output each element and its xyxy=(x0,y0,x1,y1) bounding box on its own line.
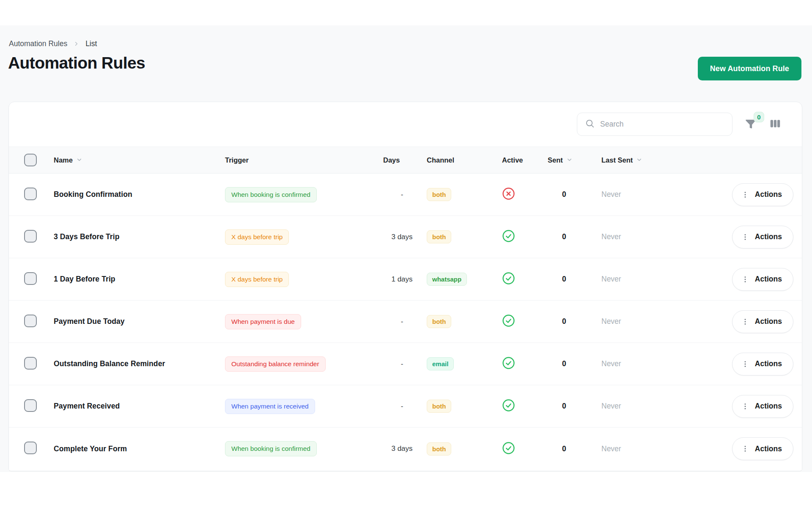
table-row: Payment Received When payment is receive… xyxy=(9,385,802,428)
actions-label: Actions xyxy=(755,190,782,199)
actions-button[interactable]: Actions xyxy=(732,183,793,206)
filter-count-badge: 0 xyxy=(754,112,764,122)
new-automation-rule-button[interactable]: New Automation Rule xyxy=(698,57,801,80)
table-row: Outstanding Balance Reminder Outstanding… xyxy=(9,343,802,385)
chevron-right-icon xyxy=(73,41,80,47)
columns-button[interactable] xyxy=(768,117,782,132)
channel-badge: both xyxy=(427,315,451,328)
days-value: 1 days xyxy=(383,275,427,284)
active-check-icon xyxy=(502,272,515,287)
active-check-icon xyxy=(502,356,515,371)
kebab-icon xyxy=(741,275,749,284)
rule-name: Payment Received xyxy=(54,402,225,411)
trigger-badge: Outstanding balance reminder xyxy=(225,356,326,372)
last-sent-value: Never xyxy=(601,402,678,411)
channel-badge: both xyxy=(427,400,451,413)
actions-label: Actions xyxy=(755,275,782,284)
last-sent-value: Never xyxy=(601,317,678,326)
column-header-sent[interactable]: Sent xyxy=(548,156,601,165)
sent-count: 0 xyxy=(548,317,601,326)
breadcrumb-list[interactable]: List xyxy=(85,39,97,48)
screen: Automation Rules List Automation Rules N… xyxy=(0,0,812,508)
actions-button[interactable]: Actions xyxy=(732,268,793,291)
channel-badge: whatsapp xyxy=(427,273,467,286)
filter-button[interactable]: 0 xyxy=(743,117,758,132)
sent-count: 0 xyxy=(548,359,601,368)
trigger-badge: X days before trip xyxy=(225,229,289,245)
row-checkbox[interactable] xyxy=(24,272,37,285)
sent-count: 0 xyxy=(548,275,601,284)
kebab-icon xyxy=(741,233,749,241)
days-value: - xyxy=(383,360,427,368)
search-icon xyxy=(585,119,595,130)
page-title: Automation Rules xyxy=(8,54,145,72)
kebab-icon xyxy=(741,402,749,411)
row-checkbox[interactable] xyxy=(24,399,37,412)
search-input[interactable] xyxy=(600,120,725,129)
active-check-icon xyxy=(502,399,515,414)
chevron-down-icon xyxy=(566,157,573,165)
channel-badge: both xyxy=(427,188,451,201)
actions-button[interactable]: Actions xyxy=(732,226,793,248)
column-header-trigger: Trigger xyxy=(225,156,383,164)
table-toolbar: 0 xyxy=(9,102,802,146)
active-check-icon xyxy=(502,314,515,329)
last-sent-value: Never xyxy=(601,275,678,284)
sent-count: 0 xyxy=(548,444,601,453)
row-checkbox[interactable] xyxy=(24,188,37,200)
actions-label: Actions xyxy=(755,444,782,453)
select-all-checkbox[interactable] xyxy=(24,154,37,166)
app-region: Automation Rules List Automation Rules N… xyxy=(0,25,812,472)
table-row: 1 Day Before Trip X days before trip 1 d… xyxy=(9,258,802,301)
kebab-icon xyxy=(741,190,749,199)
row-checkbox[interactable] xyxy=(24,357,37,370)
trigger-badge: When booking is confirmed xyxy=(225,441,317,456)
rule-name: 1 Day Before Trip xyxy=(54,275,225,284)
actions-label: Actions xyxy=(755,232,782,241)
rule-name: Outstanding Balance Reminder xyxy=(54,359,225,368)
columns-icon xyxy=(769,117,782,131)
trigger-badge: When payment is due xyxy=(225,314,301,329)
actions-button[interactable]: Actions xyxy=(732,310,793,333)
column-header-active: Active xyxy=(496,156,548,164)
table-row: Payment Due Today When payment is due - … xyxy=(9,301,802,343)
trigger-badge: When payment is received xyxy=(225,399,315,414)
table-header-row: Name Trigger Days Channel Active Sent La… xyxy=(9,146,802,174)
breadcrumb-automation-rules[interactable]: Automation Rules xyxy=(9,39,67,48)
channel-badge: both xyxy=(427,230,451,243)
column-header-name[interactable]: Name xyxy=(54,156,225,165)
column-header-last-sent[interactable]: Last Sent xyxy=(601,156,678,165)
kebab-icon xyxy=(741,360,749,368)
days-value: - xyxy=(383,402,427,411)
row-checkbox[interactable] xyxy=(24,230,37,243)
breadcrumb: Automation Rules List xyxy=(9,39,97,48)
table-body: Booking Confirmation When booking is con… xyxy=(9,174,802,470)
column-header-channel: Channel xyxy=(427,156,496,164)
rule-name: 3 Days Before Trip xyxy=(54,232,225,241)
actions-button[interactable]: Actions xyxy=(732,395,793,418)
rule-name: Payment Due Today xyxy=(54,317,225,326)
sent-count: 0 xyxy=(548,232,601,241)
table-row: Booking Confirmation When booking is con… xyxy=(9,174,802,216)
days-value: - xyxy=(383,318,427,326)
row-checkbox[interactable] xyxy=(24,442,37,454)
sent-count: 0 xyxy=(548,190,601,199)
rule-name: Booking Confirmation xyxy=(54,190,225,199)
kebab-icon xyxy=(741,318,749,326)
last-sent-value: Never xyxy=(601,444,678,453)
actions-label: Actions xyxy=(755,317,782,326)
rules-table-card: 0 Name Trigger xyxy=(8,102,802,471)
chevron-down-icon xyxy=(76,157,82,165)
actions-button[interactable]: Actions xyxy=(732,437,793,460)
channel-badge: email xyxy=(427,357,454,370)
actions-label: Actions xyxy=(755,402,782,411)
actions-button[interactable]: Actions xyxy=(732,353,793,375)
days-value: 3 days xyxy=(383,444,427,453)
inactive-x-icon xyxy=(502,187,515,202)
kebab-icon xyxy=(741,444,749,453)
search-box[interactable] xyxy=(577,113,732,136)
channel-badge: both xyxy=(427,442,451,456)
row-checkbox[interactable] xyxy=(24,315,37,327)
column-header-days: Days xyxy=(383,156,427,164)
select-all-cell xyxy=(24,154,54,166)
